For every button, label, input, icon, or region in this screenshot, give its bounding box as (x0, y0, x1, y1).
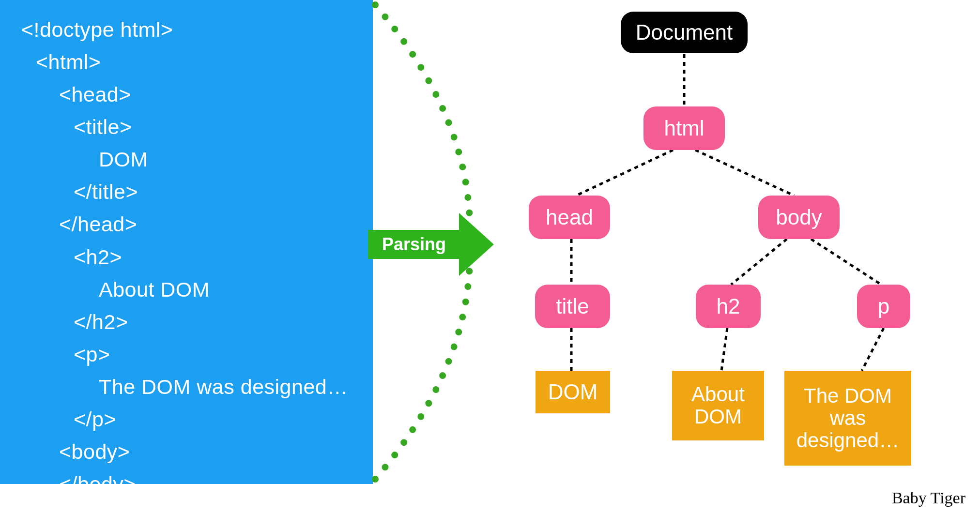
code-line: <body> (21, 436, 373, 468)
code-line: <h2> (21, 241, 373, 273)
svg-line-1 (576, 150, 673, 196)
code-line: <!doctype html> (21, 14, 373, 46)
parsing-arrow: Parsing (368, 213, 494, 276)
node-document: Document (621, 12, 748, 53)
node-p: p (857, 285, 910, 328)
svg-line-7 (721, 328, 727, 371)
node-html: html (643, 106, 725, 150)
svg-line-5 (811, 239, 881, 285)
leaf-about-dom: About DOM (672, 371, 764, 440)
code-line: </head> (21, 208, 373, 241)
code-line: <html> (21, 46, 373, 78)
code-line: <head> (21, 78, 373, 111)
arrow-head-icon (459, 213, 494, 276)
leaf-dom: DOM (536, 371, 610, 413)
svg-line-8 (862, 328, 884, 371)
code-line: About DOM (21, 273, 373, 306)
svg-line-2 (695, 150, 794, 196)
code-line: </html> (21, 500, 373, 514)
code-line: </h2> (21, 306, 373, 338)
code-line: The DOM was designed… (21, 371, 373, 403)
code-line: </body> (21, 468, 373, 500)
code-line: <title> (21, 111, 373, 143)
html-source-panel: <!doctype html><html><head><title>DOM</t… (0, 0, 373, 484)
leaf-designed: The DOM was designed… (784, 371, 911, 466)
node-head: head (529, 196, 610, 239)
code-line: </title> (21, 176, 373, 208)
arrow-label: Parsing (382, 234, 446, 255)
code-line: <p> (21, 338, 373, 371)
code-line: </p> (21, 403, 373, 436)
svg-line-4 (731, 239, 787, 285)
node-body: body (758, 196, 840, 239)
arrow-shaft: Parsing (368, 230, 460, 259)
code-line: DOM (21, 143, 373, 176)
author-signature: Baby Tiger (892, 489, 965, 507)
node-title: title (535, 285, 610, 328)
node-h2: h2 (696, 285, 761, 328)
